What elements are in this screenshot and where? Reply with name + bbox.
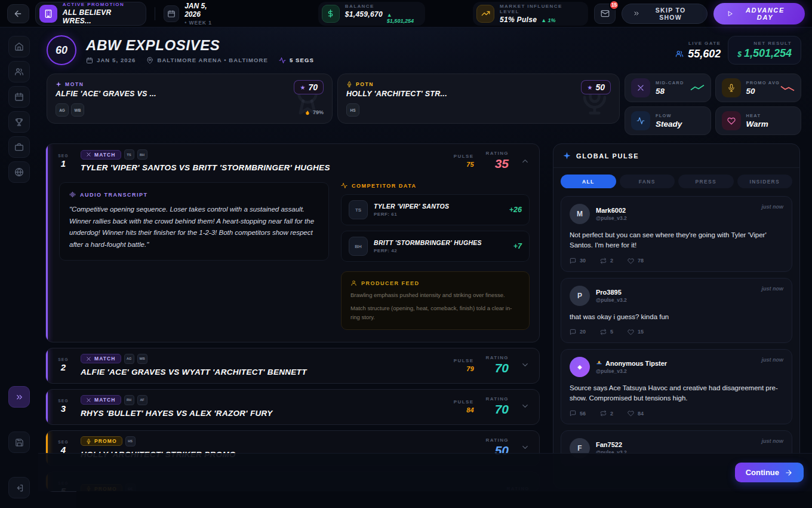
reposts-stat[interactable]: 2 [600, 258, 613, 264]
sidebar-save-button[interactable] [8, 432, 30, 453]
stat-value: Warm [746, 120, 768, 128]
comments-stat[interactable]: 56 [570, 410, 586, 417]
global-pulse-title: GLOBAL PULSE [576, 152, 639, 160]
heart-icon [628, 410, 634, 417]
active-promotion-label: ACTIVE PROMOTION [63, 2, 137, 7]
back-button[interactable] [7, 4, 29, 23]
competitor-avatar: TS [349, 200, 368, 219]
chevron-down-icon[interactable] [521, 360, 530, 369]
global-pulse-panel: GLOBAL PULSE ALL FANS PRESS INSIDERS M [553, 143, 800, 489]
competitor-delta: +7 [513, 242, 522, 250]
match-type-pill: MATCH [81, 354, 121, 363]
post-timestamp: just now [762, 357, 784, 363]
global-pulse-column: GLOBAL PULSE ALL FANS PRESS INSIDERS M [553, 143, 800, 489]
tab-fans[interactable]: FANS [620, 175, 675, 188]
flame-icon [304, 109, 310, 116]
tipster-icon [596, 360, 602, 366]
chevrons-right-icon [15, 393, 24, 402]
sidebar-item-world[interactable] [8, 161, 30, 183]
sidebar-item-business[interactable] [8, 136, 30, 158]
comments-stat[interactable]: 30 [570, 258, 586, 264]
calendar-icon [86, 57, 93, 64]
match-of-the-night-card[interactable]: MOTN ALFIE 'ACE' GRAVES VS ... AG WB ★ 7… [47, 74, 333, 124]
stat-label: FLOW [656, 113, 682, 118]
advance-day-button[interactable]: ADVANCE DAY [713, 3, 805, 25]
likes-stat[interactable]: 78 [628, 258, 644, 264]
reposts-stat[interactable]: 5 [600, 329, 613, 335]
balance-label: BALANCE [345, 4, 416, 9]
wrestler-initials-badge: TS [124, 149, 134, 160]
sidebar-item-home[interactable] [8, 36, 30, 57]
home-icon [14, 42, 24, 51]
reposts-stat[interactable]: 2 [600, 410, 613, 417]
segment-title: TYLER 'VIPER' SANTOS VS BRITT 'STORMBRIN… [81, 163, 447, 172]
sidebar-expand-button[interactable] [8, 386, 30, 408]
date-display: JAN 5, 2026 • WEEK 1 [164, 2, 223, 26]
show-score-circle: 60 [47, 35, 76, 65]
content-row: SEG 1 MATCH TS BH [38, 135, 812, 492]
seg-number: 2 [53, 362, 73, 372]
tab-insiders[interactable]: INSIDERS [737, 175, 793, 188]
continue-button[interactable]: Continue [735, 463, 804, 482]
post-handle: @pulse_v3.2 [596, 368, 667, 374]
likes-stat[interactable]: 84 [628, 410, 644, 417]
attendance-users-icon [675, 50, 684, 58]
segment-3-header[interactable]: SEG 3 MATCH RH AF [46, 390, 539, 424]
avatar: P [570, 286, 590, 306]
pulse-value: 75 [454, 161, 474, 168]
tab-all[interactable]: ALL [561, 175, 616, 188]
heart-icon [722, 111, 741, 130]
arrow-right-icon [785, 469, 793, 477]
activity-icon [341, 182, 347, 189]
stat-value: 50 [746, 87, 780, 96]
net-result-currency: $ [737, 50, 742, 59]
competitor-row[interactable]: BH BRITT 'STORMBRINGER' HUGHES PERF: 42 … [341, 231, 530, 262]
inbox-button[interactable]: 15 [594, 4, 616, 24]
wrestler-initials-badge: AG [56, 103, 69, 117]
chevron-up-icon[interactable] [521, 157, 530, 166]
rating-value: 70 [486, 402, 509, 417]
chevron-down-icon[interactable] [521, 443, 530, 452]
promo-of-the-night-card[interactable]: POTN HOLLY 'ARCHITECT' STR... HS ★ 50 [337, 74, 620, 124]
rating-label: RATING [486, 437, 509, 443]
segment-card-2: SEG 2 MATCH AG WB [45, 348, 540, 384]
comments-stat[interactable]: 20 [570, 329, 586, 335]
producer-note: Brawling emphasis pushed intensity and s… [350, 291, 520, 299]
repeat-icon [600, 410, 607, 417]
advance-day-label: ADVANCE DAY [739, 7, 792, 21]
transcript-text: "Competitive opening sequence. Loser tak… [69, 204, 319, 250]
segment-1-header[interactable]: SEG 1 MATCH TS BH [46, 144, 539, 179]
competitor-row[interactable]: TS TYLER 'VIPER' SANTOS PERF: 61 +26 [341, 194, 530, 225]
post-text: Not perfect but you can see where they'r… [570, 230, 783, 251]
show-header: 60 ABW EXPLOSIVES JAN 5, 2026 BALTIMORE … [38, 27, 812, 69]
wrestler-initials-badge: HS [346, 103, 359, 117]
briefcase-icon [14, 142, 24, 152]
promotion-building-icon [39, 5, 57, 23]
current-week: • WEEK 1 [184, 20, 223, 26]
likes-stat[interactable]: 15 [628, 329, 644, 335]
mail-icon [601, 9, 610, 18]
comment-icon [570, 410, 576, 417]
users-icon [14, 67, 24, 76]
tab-press[interactable]: PRESS [678, 175, 734, 188]
segment-2-header[interactable]: SEG 2 MATCH AG WB [46, 348, 539, 383]
crossed-swords-icon [86, 397, 91, 403]
skip-to-show-button[interactable]: SKIP TO SHOW [622, 4, 708, 24]
competitor-perf: PERF: 61 [374, 212, 449, 217]
sidebar-item-titles[interactable] [8, 111, 30, 133]
chevron-down-icon[interactable] [521, 402, 530, 411]
calendar-icon [164, 5, 180, 22]
sidebar-item-roster[interactable] [8, 61, 30, 82]
pulse-post: M Mark6002 @pulse_v3.2 just now Not perf… [561, 196, 792, 272]
bottom-action-bar: Continue [38, 453, 812, 491]
segments-list: SEG 1 MATCH TS BH [45, 143, 540, 492]
seg-number: 3 [53, 403, 73, 414]
sparkline-up-icon [690, 84, 705, 92]
active-promotion-chip[interactable]: ACTIVE PROMOTION ALL BELIEVR WRES... [35, 2, 146, 26]
match-type-pill: MATCH [81, 150, 121, 160]
rating-value: 35 [486, 157, 509, 171]
competitor-delta: +26 [509, 206, 522, 214]
sidebar-exit-button[interactable] [8, 477, 30, 498]
seg-label: SEG [53, 154, 73, 158]
sidebar-item-calendar[interactable] [8, 86, 30, 108]
